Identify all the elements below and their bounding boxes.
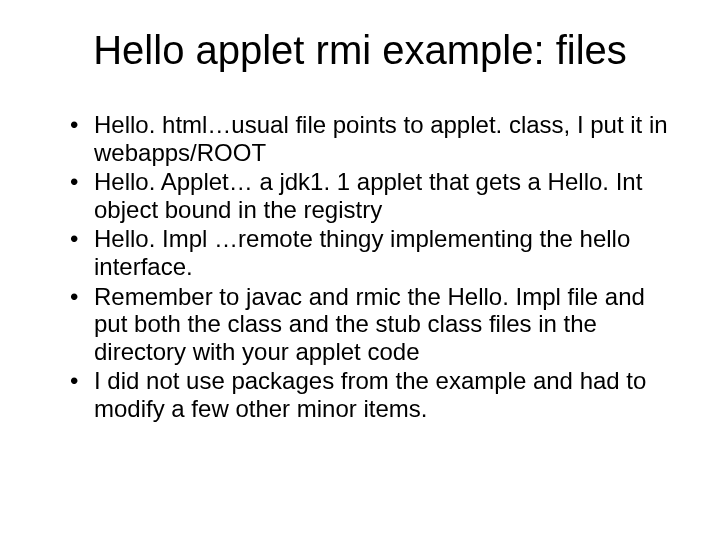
list-item: Remember to javac and rmic the Hello. Im… [70, 283, 680, 366]
list-item: Hello. html…usual file points to applet.… [70, 111, 680, 166]
slide-title: Hello applet rmi example: files [40, 28, 680, 73]
list-item: Hello. Applet… a jdk1. 1 applet that get… [70, 168, 680, 223]
slide-container: Hello applet rmi example: files Hello. h… [0, 0, 720, 540]
bullet-list: Hello. html…usual file points to applet.… [40, 111, 680, 423]
list-item: I did not use packages from the example … [70, 367, 680, 422]
list-item: Hello. Impl …remote thingy implementing … [70, 225, 680, 280]
